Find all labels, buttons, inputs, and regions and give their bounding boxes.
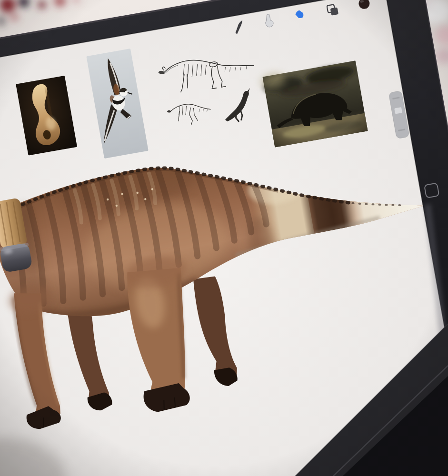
scene-svg [0,0,448,476]
photo-scene [0,0,448,476]
photo-vignette [0,0,448,476]
